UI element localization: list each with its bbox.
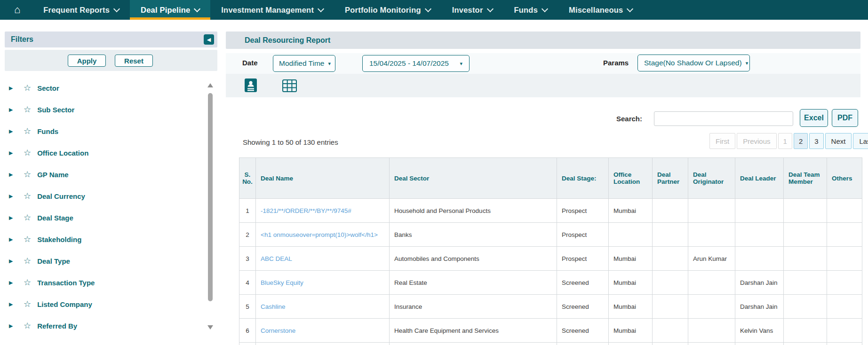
nav-item-frequent-reports[interactable]: Frequent Reports	[32, 0, 130, 20]
table-cell-deal-team-member	[784, 199, 827, 223]
table-cell-deal-sector: Household and Personal Products	[390, 199, 557, 223]
expand-right-icon[interactable]: ▶	[9, 280, 15, 286]
table-cell-others	[827, 295, 862, 319]
favorite-star-icon[interactable]: ☆	[24, 191, 31, 201]
nav-item-portfolio-monitoring[interactable]: Portfolio Monitoring	[334, 0, 441, 20]
expand-right-icon[interactable]: ▶	[9, 258, 15, 264]
report-card-view-icon[interactable]	[245, 78, 257, 94]
filter-item-sub-sector[interactable]: ▶☆Sub Sector	[5, 99, 206, 120]
table-cell-deal-stage: Prospect	[557, 223, 609, 247]
filter-item-transaction-type[interactable]: ▶☆Transaction Type	[5, 272, 206, 293]
table-cell-deal-name: -1821/**/ORDER/**/BY/**/9745#	[256, 199, 390, 223]
filter-item-office-location[interactable]: ▶☆Office Location	[5, 142, 206, 164]
params-value: Stage(No Shadow Or Lapsed)	[644, 59, 742, 67]
search-input[interactable]	[654, 111, 793, 126]
filter-item-deal-currency[interactable]: ▶☆Deal Currency	[5, 185, 206, 207]
pagination-page-1[interactable]: 1	[778, 133, 792, 149]
filter-item-deal-type[interactable]: ▶☆Deal Type	[5, 250, 206, 272]
home-icon[interactable]: ⌂	[14, 0, 20, 20]
favorite-star-icon[interactable]: ☆	[24, 234, 31, 244]
favorite-star-icon[interactable]: ☆	[24, 126, 31, 136]
filter-item-sector[interactable]: ▶☆Sector	[5, 77, 206, 99]
params-dropdown[interactable]: Stage(No Shadow Or Lapsed) ▾	[637, 55, 750, 71]
table-cell-deal-team-member	[784, 295, 827, 319]
nav-item-investment-management[interactable]: Investment Management	[210, 0, 334, 20]
chevron-down-icon	[194, 5, 200, 12]
scrollbar-down-arrow[interactable]	[207, 325, 213, 329]
favorite-star-icon[interactable]: ☆	[24, 83, 31, 93]
apply-button[interactable]: Apply	[68, 55, 106, 67]
expand-right-icon[interactable]: ▶	[9, 215, 15, 221]
nav-item-deal-pipeline[interactable]: Deal Pipeline	[130, 0, 210, 20]
table-row: 1-1821/**/ORDER/**/BY/**/9745#Household …	[239, 199, 862, 223]
deal-name-link[interactable]: Cashline	[261, 303, 286, 310]
favorite-star-icon[interactable]: ☆	[24, 256, 31, 266]
favorite-star-icon[interactable]: ☆	[24, 321, 31, 331]
table-cell-deal-sector: Communication Services	[390, 343, 557, 345]
nav-item-label: Miscellaneous	[569, 6, 623, 15]
filter-item-stakeholding[interactable]: ▶☆Stakeholding	[5, 228, 206, 250]
table-row: 7Deal 1Communication ServicesScreenedMum…	[239, 343, 862, 345]
table-cell-deal-leader: Kelvin Vans	[735, 319, 784, 343]
favorite-star-icon[interactable]: ☆	[24, 104, 31, 115]
pagination-page-3[interactable]: 3	[809, 133, 823, 149]
nav-item-label: Frequent Reports	[43, 6, 110, 15]
pagination-page-2[interactable]: 2	[794, 133, 808, 149]
pagination-first[interactable]: First	[709, 133, 735, 149]
deal-name-link[interactable]: -1821/**/ORDER/**/BY/**/9745#	[261, 207, 351, 214]
chevron-down-icon	[542, 5, 548, 12]
deal-name-link[interactable]: ABC DEAL	[261, 255, 292, 262]
expand-right-icon[interactable]: ▶	[9, 150, 15, 156]
table-cell-deal-sector: Automobiles and Components	[390, 247, 557, 271]
date-range-value: 15/04/2025 - 14/07/2025	[369, 59, 449, 68]
favorite-star-icon[interactable]: ☆	[24, 299, 31, 309]
expand-right-icon[interactable]: ▶	[9, 323, 15, 329]
nav-item-investor[interactable]: Investor	[441, 0, 503, 20]
table-row: 4BlueSky EquityReal EstateScreenedMumbai…	[239, 271, 862, 295]
pdf-export-button[interactable]: PDF	[832, 109, 858, 127]
filter-item-listed-company[interactable]: ▶☆Listed Company	[5, 293, 206, 315]
table-cell-deal-stage: Screened	[557, 319, 609, 343]
dropdown-caret-icon: ▾	[460, 61, 462, 67]
table-cell-others	[827, 247, 862, 271]
expand-right-icon[interactable]: ▶	[9, 85, 15, 91]
table-cell-s-no: 6	[239, 319, 256, 343]
favorite-star-icon[interactable]: ☆	[24, 169, 31, 180]
scrollbar-thumb[interactable]	[208, 93, 213, 301]
expand-right-icon[interactable]: ▶	[9, 172, 15, 178]
expand-right-icon[interactable]: ▶	[9, 107, 15, 113]
deal-name-link[interactable]: <h1 onmouseover=prompt(10)>wolf</h1>	[261, 231, 378, 238]
deal-name-link[interactable]: BlueSky Equity	[261, 279, 303, 286]
expand-right-icon[interactable]: ▶	[9, 193, 15, 199]
favorite-star-icon[interactable]: ☆	[24, 277, 31, 288]
pagination-previous[interactable]: Previous	[737, 133, 776, 149]
pagination: First Previous 1 2 3 Next Last	[709, 133, 868, 149]
pagination-last[interactable]: Last	[853, 133, 868, 149]
filter-item-deal-stage[interactable]: ▶☆Deal Stage	[5, 207, 206, 228]
nav-item-miscellaneous[interactable]: Miscellaneous	[558, 0, 643, 20]
pagination-next[interactable]: Next	[825, 133, 852, 149]
deal-name-link[interactable]: Cornerstone	[261, 327, 295, 334]
table-cell-deal-sector: Insurance	[390, 295, 557, 319]
favorite-star-icon[interactable]: ☆	[24, 148, 31, 158]
filters-actions-row: Apply Reset	[5, 50, 217, 71]
table-cell-deal-name: BlueSky Equity	[256, 271, 390, 295]
date-type-dropdown[interactable]: Modified Time ▾	[273, 55, 335, 72]
expand-right-icon[interactable]: ▶	[9, 236, 15, 243]
nav-item-funds[interactable]: Funds	[503, 0, 558, 20]
sidebar-collapse-button[interactable]: ◀	[204, 34, 214, 45]
table-grid-view-icon[interactable]	[282, 79, 297, 94]
favorite-star-icon[interactable]: ☆	[24, 212, 31, 223]
table-cell-deal-stage: Screened	[557, 271, 609, 295]
filter-item-referred-by[interactable]: ▶☆Referred By	[5, 315, 206, 337]
excel-export-button[interactable]: Excel	[800, 109, 828, 127]
chevron-down-icon	[425, 5, 431, 12]
filter-item-funds[interactable]: ▶☆Funds	[5, 120, 206, 142]
table-cell-deal-name: <h1 onmouseover=prompt(10)>wolf</h1>	[256, 223, 390, 247]
scrollbar-up-arrow[interactable]	[207, 83, 213, 87]
expand-right-icon[interactable]: ▶	[9, 301, 15, 307]
date-range-dropdown[interactable]: 15/04/2025 - 14/07/2025 ▾	[362, 55, 470, 72]
reset-button[interactable]: Reset	[115, 55, 153, 67]
filter-item-gp-name[interactable]: ▶☆GP Name	[5, 164, 206, 185]
expand-right-icon[interactable]: ▶	[9, 128, 15, 134]
